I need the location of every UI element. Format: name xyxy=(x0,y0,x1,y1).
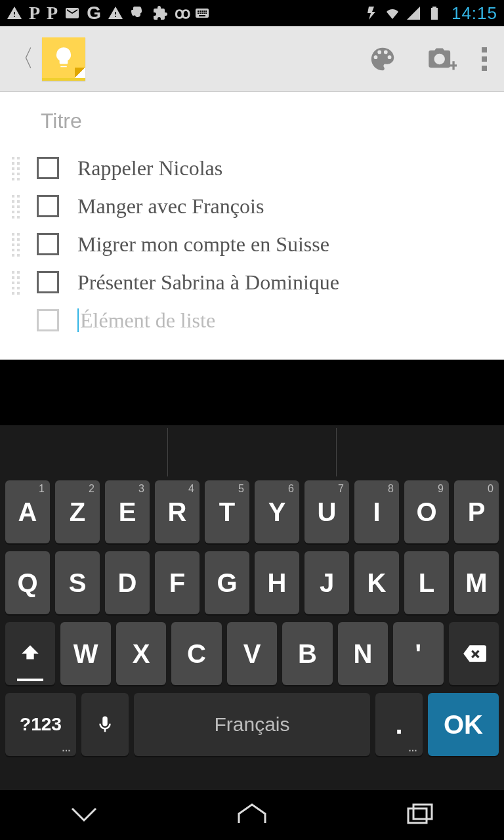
key-l[interactable]: L xyxy=(404,551,449,614)
soft-keyboard: 1A2Z3E4R5T6Y7U8I9O0P QSDFGHJKLM WXCVBN' … xyxy=(0,425,504,790)
evernote-icon xyxy=(130,4,146,22)
backspace-key[interactable] xyxy=(449,622,499,685)
key-k[interactable]: K xyxy=(354,551,399,614)
svg-rect-1 xyxy=(413,805,432,819)
key-d[interactable]: D xyxy=(105,551,150,614)
key-c[interactable]: C xyxy=(171,622,221,685)
home-button[interactable] xyxy=(235,801,269,830)
key-v[interactable]: V xyxy=(227,622,277,685)
checklist: Rappeler Nicolas Manger avec François Mi… xyxy=(12,149,492,339)
list-item[interactable]: Présenter Sabrina à Dominique xyxy=(12,263,492,301)
key-f[interactable]: F xyxy=(155,551,200,614)
symbols-key[interactable]: ?123… xyxy=(5,693,76,756)
status-right-icons: 14:15 xyxy=(364,3,497,24)
key-label: . xyxy=(395,710,402,740)
gmail-icon xyxy=(64,4,80,22)
key-label: ?123 xyxy=(20,714,62,735)
new-list-item[interactable] xyxy=(12,301,492,339)
vibrate-icon xyxy=(364,4,379,22)
text-cursor xyxy=(77,308,79,332)
key-h[interactable]: H xyxy=(255,551,299,614)
signal-icon xyxy=(406,4,421,22)
checkbox[interactable] xyxy=(37,157,59,179)
status-left-icons: P P G ꝏ xyxy=(7,4,364,22)
key-a[interactable]: 1A xyxy=(5,480,50,543)
recents-button[interactable] xyxy=(403,801,437,830)
key-x[interactable]: X xyxy=(116,622,166,685)
battery-icon xyxy=(427,4,442,22)
voicemail-icon: ꝏ xyxy=(175,4,188,22)
p-icon: P xyxy=(29,4,40,22)
p-icon: P xyxy=(47,4,58,22)
key-row-3: WXCVBN' xyxy=(0,618,504,689)
key-row-1: 1A2Z3E4R5T6Y7U8I9O0P xyxy=(0,476,504,547)
key-row-2: QSDFGHJKLM xyxy=(0,547,504,618)
suggestion[interactable] xyxy=(0,428,167,476)
action-bar: 〈 xyxy=(0,26,504,92)
drag-handle-icon[interactable] xyxy=(12,157,26,179)
key-label: OK xyxy=(444,710,483,740)
google-keep-icon[interactable] xyxy=(42,37,85,81)
space-key[interactable]: Français xyxy=(134,693,370,756)
overflow-menu-button[interactable] xyxy=(471,26,497,91)
ok-key[interactable]: OK xyxy=(428,693,499,756)
period-key[interactable]: .… xyxy=(375,693,423,756)
checkbox[interactable] xyxy=(37,233,59,255)
drag-handle-icon[interactable] xyxy=(12,195,26,217)
suggestion[interactable] xyxy=(336,428,504,476)
key-label: Français xyxy=(214,713,289,736)
key-apostrophe[interactable]: ' xyxy=(393,622,443,685)
key-o[interactable]: 9O xyxy=(404,480,449,543)
shift-key[interactable] xyxy=(5,622,55,685)
puzzle-icon xyxy=(152,4,168,22)
item-text[interactable]: Migrer mon compte en Suisse xyxy=(77,232,329,257)
note-editor: Rappeler Nicolas Manger avec François Mi… xyxy=(0,92,504,360)
back-button[interactable] xyxy=(67,801,101,830)
key-t[interactable]: 5T xyxy=(205,480,249,543)
key-b[interactable]: B xyxy=(282,622,332,685)
svg-rect-0 xyxy=(408,808,427,823)
color-palette-button[interactable] xyxy=(353,26,412,91)
status-time: 14:15 xyxy=(452,3,497,24)
back-chevron-icon[interactable]: 〈 xyxy=(7,43,38,75)
wifi-icon xyxy=(385,4,400,22)
camera-add-button[interactable] xyxy=(412,26,471,91)
navigation-bar xyxy=(0,790,504,840)
checkbox[interactable] xyxy=(37,309,59,331)
suggestion-bar xyxy=(0,428,504,476)
key-w[interactable]: W xyxy=(60,622,110,685)
checkbox[interactable] xyxy=(37,195,59,217)
new-item-input[interactable] xyxy=(80,308,492,333)
key-y[interactable]: 6Y xyxy=(255,480,299,543)
key-m[interactable]: M xyxy=(454,551,499,614)
list-item[interactable]: Manger avec François xyxy=(12,187,492,225)
key-u[interactable]: 7U xyxy=(304,480,349,543)
key-g[interactable]: G xyxy=(205,551,249,614)
key-z[interactable]: 2Z xyxy=(55,480,100,543)
keyboard-icon xyxy=(194,4,210,22)
item-text[interactable]: Manger avec François xyxy=(77,194,264,219)
suggestion[interactable] xyxy=(167,428,335,476)
list-item[interactable]: Migrer mon compte en Suisse xyxy=(12,225,492,263)
warning-icon xyxy=(108,4,123,22)
key-s[interactable]: S xyxy=(55,551,100,614)
key-row-4: ?123… Français .… OK xyxy=(0,689,504,760)
item-text[interactable]: Rappeler Nicolas xyxy=(77,156,222,180)
drag-handle-icon[interactable] xyxy=(12,233,26,255)
list-item[interactable]: Rappeler Nicolas xyxy=(12,149,492,187)
status-bar: P P G ꝏ 14:15 xyxy=(0,0,504,26)
note-title-input[interactable] xyxy=(12,109,492,133)
drag-handle-icon[interactable] xyxy=(12,271,26,293)
warning-icon xyxy=(7,4,22,22)
checkbox[interactable] xyxy=(37,271,59,293)
key-i[interactable]: 8I xyxy=(354,480,399,543)
key-n[interactable]: N xyxy=(338,622,388,685)
key-q[interactable]: Q xyxy=(5,551,50,614)
mic-key[interactable] xyxy=(81,693,129,756)
item-text[interactable]: Présenter Sabrina à Dominique xyxy=(77,270,339,295)
key-e[interactable]: 3E xyxy=(105,480,150,543)
g-icon: G xyxy=(87,4,101,22)
key-r[interactable]: 4R xyxy=(155,480,200,543)
key-j[interactable]: J xyxy=(304,551,349,614)
key-p[interactable]: 0P xyxy=(454,480,499,543)
